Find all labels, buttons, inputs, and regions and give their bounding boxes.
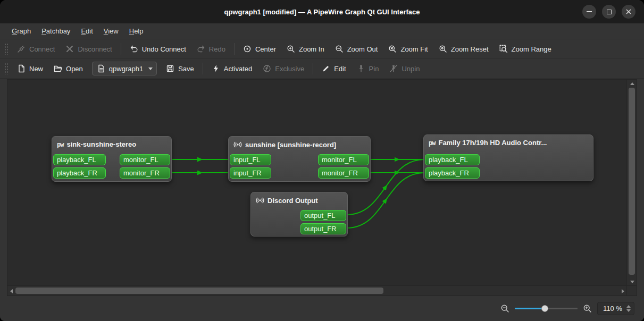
port-monitor_FR[interactable]: monitor_FR — [120, 167, 170, 179]
node-title: Family 17h/19h HD Audio Contr... — [438, 139, 547, 147]
audio-device-icon — [256, 196, 264, 205]
vertical-scroll-thumb[interactable] — [629, 88, 635, 275]
zoom-out-icon — [335, 45, 344, 53]
zoom-level-spinbox[interactable]: 110 % — [597, 302, 634, 315]
zoom-slider[interactable] — [515, 303, 578, 314]
menu-item-view[interactable]: View — [98, 23, 124, 39]
disconnect-button[interactable]: Disconnect — [60, 41, 117, 56]
menu-item-help[interactable]: Help — [124, 23, 149, 39]
center-button[interactable]: Center — [238, 41, 281, 56]
pin-button[interactable]: Pin — [352, 61, 384, 76]
port-input_FR[interactable]: input_FR — [230, 167, 271, 179]
save-button[interactable]: Save — [161, 61, 199, 76]
arrow-up-icon — [630, 82, 634, 85]
edit-button[interactable]: Edit — [316, 61, 351, 76]
patchbay-profile-combobox[interactable]: qpwgraph1 — [92, 62, 157, 75]
graph-canvas[interactable]: pw sink-sunshine-stereo playback_FL play… — [7, 80, 626, 285]
zoom-fit-label: Zoom Fit — [400, 45, 428, 53]
zoom-in-icon — [287, 45, 295, 53]
zoom-level-value: 110 % — [603, 305, 622, 312]
port-playback_FL[interactable]: playback_FL — [425, 154, 480, 165]
close-button[interactable] — [622, 5, 635, 19]
zoom-range-icon — [499, 45, 508, 53]
minimize-button[interactable] — [582, 5, 596, 19]
maximize-icon — [607, 10, 612, 14]
pipewire-icon: pw — [429, 140, 435, 146]
port-monitor_FR[interactable]: monitor_FR — [318, 167, 369, 179]
node-sunshine[interactable]: sunshine [sunshine-record] input_FL inpu… — [228, 136, 371, 182]
patchbay-profile-value: qpwgraph1 — [109, 65, 143, 73]
patchbay-file-icon — [97, 64, 105, 73]
undo-connect-label: Undo Connect — [142, 45, 186, 53]
node-discord-output[interactable]: Discord Output output_FL output_FR — [250, 192, 348, 236]
arrow-left-icon — [10, 289, 13, 293]
zoom-out-button[interactable]: Zoom Out — [330, 41, 383, 56]
activated-button[interactable]: Activated — [206, 61, 257, 76]
redo-icon — [197, 45, 205, 53]
exclusive-label: Exclusive — [275, 65, 304, 73]
horizontal-scrollbar[interactable] — [7, 285, 626, 295]
spin-down-icon[interactable] — [626, 309, 631, 312]
open-folder-icon — [54, 64, 62, 73]
menu-item-edit[interactable]: Edit — [76, 23, 98, 39]
unpin-button[interactable]: Unpin — [384, 61, 425, 76]
port-playback_FL[interactable]: playback_FL — [53, 154, 106, 165]
scrollbar-corner — [626, 285, 637, 295]
redo-button[interactable]: Redo — [191, 41, 231, 56]
disconnect-label: Disconnect — [78, 45, 112, 53]
port-output_FR[interactable]: output_FR — [300, 223, 346, 234]
zoom-slider-handle[interactable] — [541, 305, 548, 312]
zoom-in-icon[interactable] — [583, 304, 592, 313]
scroll-up-button[interactable] — [627, 80, 637, 87]
vertical-scroll-track[interactable] — [627, 87, 637, 278]
titlebar[interactable]: qpwgraph1 [modified] — A PipeWire Graph … — [0, 0, 644, 23]
menu-item-patchbay[interactable]: Patchbay — [36, 23, 76, 39]
zoom-range-label: Zoom Range — [512, 45, 551, 53]
port-output_FL[interactable]: output_FL — [300, 210, 346, 221]
toolbar-patchbay: New Open qpwgraph1 Save Activated Exclus… — [0, 59, 644, 79]
save-label: Save — [178, 65, 194, 73]
toolbar-handle[interactable] — [4, 63, 8, 74]
node-title: sink-sunshine-stereo — [66, 140, 136, 148]
port-monitor_FL[interactable]: monitor_FL — [318, 154, 369, 165]
redo-label: Redo — [209, 45, 225, 53]
port-monitor_FL[interactable]: monitor_FL — [120, 154, 170, 165]
scroll-left-button[interactable] — [7, 286, 15, 296]
zoom-reset-label: Zoom Reset — [451, 45, 489, 53]
toolbar-handle[interactable] — [4, 43, 8, 55]
zoom-range-button[interactable]: Zoom Range — [494, 41, 557, 56]
close-icon — [626, 9, 631, 14]
scroll-down-button[interactable] — [627, 278, 637, 285]
graph-canvas-frame: pw sink-sunshine-stereo playback_FL play… — [7, 79, 637, 296]
port-playback_FR[interactable]: playback_FR — [53, 167, 106, 179]
zoom-out-icon[interactable] — [500, 304, 509, 313]
port-playback_FR[interactable]: playback_FR — [425, 167, 480, 179]
horizontal-scroll-track[interactable] — [15, 286, 619, 295]
new-button[interactable]: New — [12, 61, 48, 76]
open-button[interactable]: Open — [48, 61, 88, 76]
menubar: Graph Patchbay Edit View Help — [0, 23, 644, 39]
port-input_FL[interactable]: input_FL — [230, 154, 271, 165]
minimize-icon — [587, 11, 592, 12]
node-header: sunshine [sunshine-record] — [229, 137, 370, 149]
menu-item-graph[interactable]: Graph — [6, 23, 36, 39]
exclusive-button[interactable]: Exclusive — [257, 61, 310, 76]
undo-connect-button[interactable]: Undo Connect — [124, 41, 191, 56]
spin-up-icon[interactable] — [626, 305, 631, 308]
node-title: sunshine [sunshine-record] — [245, 141, 336, 149]
zoom-fit-button[interactable]: Zoom Fit — [383, 41, 433, 56]
connect-button[interactable]: Connect — [12, 41, 60, 56]
vertical-scrollbar[interactable] — [626, 80, 637, 285]
zoom-reset-button[interactable]: Zoom Reset — [433, 41, 494, 56]
node-family-hd-audio[interactable]: pw Family 17h/19h HD Audio Contr... play… — [423, 134, 593, 181]
horizontal-scroll-thumb[interactable] — [15, 288, 383, 294]
node-header: pw sink-sunshine-stereo — [52, 137, 171, 148]
node-sink-sunshine-stereo[interactable]: pw sink-sunshine-stereo playback_FL play… — [52, 136, 172, 182]
scroll-right-button[interactable] — [619, 286, 626, 296]
zoom-in-button[interactable]: Zoom In — [281, 41, 330, 56]
app-window: qpwgraph1 [modified] — A PipeWire Graph … — [0, 0, 644, 321]
audio-device-icon — [233, 140, 242, 149]
maximize-button[interactable] — [602, 5, 616, 19]
toolbar-separator — [121, 43, 121, 55]
toolbar-separator — [313, 63, 313, 74]
